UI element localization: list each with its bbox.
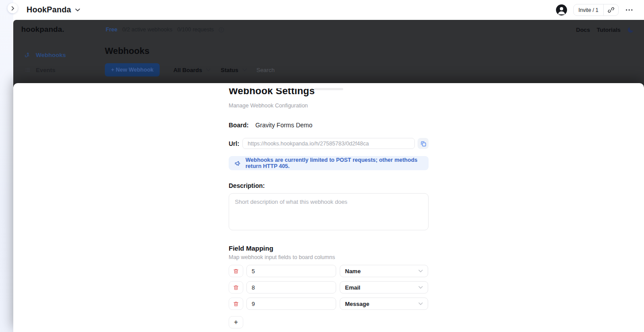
chevron-down-icon (242, 69, 247, 71)
person-icon (556, 4, 567, 15)
delete-mapping-button[interactable] (229, 298, 243, 310)
new-webhook-button[interactable]: + New Webhook (105, 63, 160, 76)
trash-icon (233, 268, 239, 274)
chevron-down-icon (418, 302, 423, 305)
mapping-row: Message (229, 298, 429, 310)
board-value: Gravity Forms Demo (255, 122, 312, 129)
field-id-input[interactable] (246, 281, 336, 294)
topbar-actions: Invite / 1 (556, 4, 644, 16)
board-label: Board: (229, 122, 249, 129)
url-label: Url: (229, 140, 242, 147)
app-body: Webhooks Events Webhooks + New Webhook A… (13, 39, 644, 77)
webhook-icon (24, 52, 31, 58)
field-id-input[interactable] (246, 298, 336, 310)
workspace-switcher[interactable]: HookPanda (27, 5, 80, 15)
usage-webhooks: 0/2 active webhooks (122, 27, 172, 33)
list-icon (24, 67, 31, 73)
webhooks-toolbar: + New Webhook All Boards Status (105, 63, 323, 76)
url-row: Url: (229, 138, 429, 149)
search-input[interactable] (257, 67, 323, 73)
webhooks-page: Webhooks + New Webhook All Boards Status (100, 39, 323, 77)
chevron-down-icon (75, 8, 80, 11)
copy-url-button[interactable] (418, 138, 429, 149)
board-row: Board: Gravity Forms Demo (229, 122, 429, 129)
moon-icon (627, 26, 634, 33)
column-select-value: Name (345, 268, 360, 275)
chevron-right-icon (11, 6, 15, 11)
column-select-value: Email (345, 284, 360, 291)
chevron-down-icon (418, 286, 423, 289)
boards-filter-dropdown[interactable]: All Boards (173, 67, 211, 73)
megaphone-icon (234, 160, 241, 167)
field-mapping-title: Field Mapping (229, 244, 429, 252)
chevron-down-icon (206, 69, 211, 71)
webhook-url-input[interactable] (242, 138, 415, 149)
invite-button[interactable]: Invite / 1 (574, 4, 603, 15)
description-label: Description: (229, 182, 429, 189)
sidebar-item-events[interactable]: Events (13, 62, 100, 77)
top-bar: HookPanda Invite / 1 (13, 0, 644, 20)
plan-badge: Free (106, 27, 117, 33)
column-select[interactable]: Message (340, 298, 428, 310)
more-options-button[interactable] (625, 8, 633, 12)
trash-icon (233, 285, 239, 290)
webhook-settings-modal: Webhook Settings Manage Webhook Configur… (13, 83, 644, 332)
expand-panel-button[interactable] (8, 3, 18, 13)
copy-invite-link-button[interactable] (604, 4, 618, 15)
trash-icon (233, 301, 239, 307)
avatar[interactable] (556, 4, 567, 15)
column-select[interactable]: Name (340, 265, 428, 277)
info-icon[interactable] (218, 27, 224, 33)
modal-content: Webhook Settings Manage Webhook Configur… (229, 83, 429, 332)
delete-mapping-button[interactable] (229, 265, 243, 277)
nav-tutorials-link[interactable]: Tutorials (597, 27, 621, 33)
post-only-notice: Webhooks are currently limited to POST r… (229, 156, 429, 170)
column-select[interactable]: Email (340, 281, 428, 294)
boards-filter-label: All Boards (173, 67, 202, 73)
app-header: hookpanda. Free 0/2 active webhooks 0/10… (13, 20, 644, 39)
mapping-row: Email (229, 281, 429, 294)
mapping-row: Name (229, 265, 429, 277)
notice-text: Webhooks are currently limited to POST r… (245, 157, 423, 169)
delete-mapping-button[interactable] (229, 281, 243, 294)
copy-icon (420, 141, 426, 147)
add-mapping-button[interactable]: + (229, 316, 243, 328)
nav-docs-link[interactable]: Docs (576, 27, 590, 33)
status-filter-dropdown[interactable]: Status (221, 67, 247, 73)
app-title: HookPanda (27, 5, 71, 15)
column-select-value: Message (345, 301, 369, 307)
field-mapping-subtitle: Map webhook input fields to board column… (229, 254, 429, 260)
header-nav: Docs Tutorials (576, 26, 634, 33)
modal-subtitle: Manage Webhook Configuration (229, 103, 429, 109)
invite-pill: Invite / 1 (573, 4, 619, 16)
dark-mode-toggle[interactable] (627, 26, 634, 33)
plan-usage: Free 0/2 active webhooks 0/100 requests (106, 27, 224, 33)
sidebar: Webhooks Events (13, 39, 100, 77)
usage-requests: 0/100 requests (177, 27, 214, 33)
sidebar-item-label: Events (36, 67, 55, 73)
chevron-down-icon (418, 270, 423, 272)
sidebar-item-webhooks[interactable]: Webhooks (13, 47, 100, 62)
page-title: Webhooks (105, 46, 323, 56)
field-id-input[interactable] (246, 265, 336, 277)
link-icon (608, 7, 614, 13)
description-textarea[interactable] (229, 193, 429, 230)
status-filter-label: Status (221, 67, 238, 73)
page-left-margin (0, 0, 13, 332)
hookpanda-logo: hookpanda. (21, 25, 64, 34)
drag-handle[interactable] (314, 88, 343, 90)
sidebar-item-label: Webhooks (36, 52, 66, 58)
